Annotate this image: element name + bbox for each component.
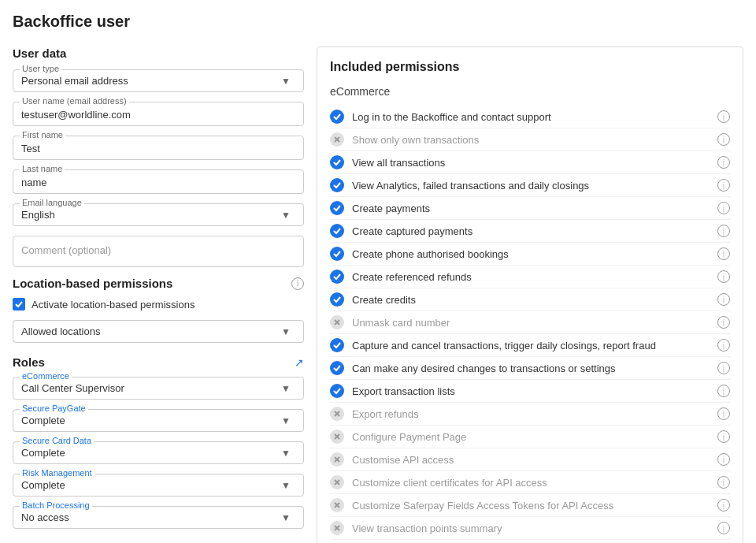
permission-info-icon[interactable]: i xyxy=(717,453,730,466)
permission-info-icon[interactable]: i xyxy=(717,225,730,237)
permission-check-icon xyxy=(330,361,344,375)
permission-info-icon[interactable]: i xyxy=(717,316,730,329)
permission-text: Export refunds xyxy=(352,408,419,420)
allowed-locations-field: Allowed locations ▼ xyxy=(13,320,304,343)
permission-info-icon[interactable]: i xyxy=(717,156,730,169)
page-container: Backoffice user User data User type Pers… xyxy=(0,0,756,543)
permission-text: Can make any desired changes to transact… xyxy=(352,363,616,374)
username-label: User name (email address) xyxy=(20,96,129,106)
role-select-4[interactable]: No accessCompleteAdministrator xyxy=(21,511,295,523)
location-checkbox-icon[interactable] xyxy=(13,298,25,311)
permission-check-icon xyxy=(330,201,344,215)
permission-left: Customize client certificates for API ac… xyxy=(330,475,547,489)
permission-info-icon[interactable]: i xyxy=(717,339,730,351)
permission-info-icon[interactable]: i xyxy=(717,179,730,192)
permission-info-icon[interactable]: i xyxy=(717,362,730,374)
permission-left: Create payments xyxy=(330,201,430,215)
permission-left: Export refunds xyxy=(330,407,419,421)
permission-item: Customize Saferpay Fields Access Tokens … xyxy=(330,494,730,517)
permission-left: Export transaction lists xyxy=(330,384,455,398)
permission-item: Unmask card numberi xyxy=(330,311,730,334)
permission-x-icon xyxy=(330,407,344,421)
permission-left: Create credits xyxy=(330,292,416,307)
main-content: User data User type Personal email addre… xyxy=(13,46,743,543)
permission-x-icon xyxy=(330,498,344,512)
username-field: User name (email address) testuser@world… xyxy=(13,102,304,126)
permission-text: Customize Saferpay Fields Access Tokens … xyxy=(352,500,613,511)
permission-info-icon[interactable]: i xyxy=(717,522,730,534)
permission-left: Customise API access xyxy=(330,452,454,467)
page-title: Backoffice user xyxy=(13,13,743,31)
permission-item: Create creditsi xyxy=(330,288,730,311)
permission-info-icon[interactable]: i xyxy=(717,385,730,397)
permission-text: View transaction points summary xyxy=(352,523,502,534)
permission-text: View Analytics, failed transactions and … xyxy=(352,180,589,192)
email-language-select[interactable]: English xyxy=(21,209,295,221)
ecommerce-label: eCommerce xyxy=(330,85,730,98)
role-select-0[interactable]: Call Center SupervisorAdministratorCompl… xyxy=(21,382,295,394)
permission-text: Customise API access xyxy=(352,454,454,466)
email-language-label: Email language xyxy=(20,198,84,207)
permission-item: Capture and cancel transactions, trigger… xyxy=(330,334,730,357)
role-group: eCommerceCall Center SupervisorAdministr… xyxy=(13,377,304,400)
username-value: testuser@worldline.com xyxy=(21,107,295,121)
email-language-field: Email language English ▼ xyxy=(13,203,304,226)
permission-item: Customise API accessi xyxy=(330,448,730,471)
external-link-icon[interactable]: ↗ xyxy=(295,356,304,369)
permission-item: Customize client certificates for API ac… xyxy=(330,471,730,494)
permission-item: View transaction points summaryi xyxy=(330,517,730,540)
role-group: Secure Card DataCompleteNo accessAdminis… xyxy=(13,441,304,464)
user-type-select[interactable]: Personal email address xyxy=(21,75,295,87)
role-field-0: eCommerceCall Center SupervisorAdministr… xyxy=(13,377,304,400)
permission-text: Create payments xyxy=(352,203,430,214)
email-language-select-wrapper: English ▼ xyxy=(21,209,295,221)
permission-info-icon[interactable]: i xyxy=(717,476,730,489)
permission-info-icon[interactable]: i xyxy=(717,499,730,511)
permission-text: Configure Payment Page xyxy=(352,431,466,443)
permission-left: Log in to the Backoffice and contact sup… xyxy=(330,110,551,124)
user-type-field: User type Personal email address ▼ xyxy=(13,69,304,92)
permission-item: View all transactionsi xyxy=(330,151,730,174)
permission-text: Customize client certificates for API ac… xyxy=(352,477,547,489)
permission-x-icon xyxy=(330,430,344,444)
role-select-2[interactable]: CompleteNo accessAdministrator xyxy=(21,447,295,459)
role-category-label-1: Secure PayGate xyxy=(20,404,88,413)
roles-header: Roles ↗ xyxy=(13,355,304,369)
permission-item: Log in to the Backoffice and contact sup… xyxy=(330,106,730,128)
role-group: Batch ProcessingNo accessCompleteAdminis… xyxy=(13,506,304,529)
permission-info-icon[interactable]: i xyxy=(717,407,730,420)
permission-left: Create referenced refunds xyxy=(330,270,472,284)
allowed-locations-select[interactable]: Allowed locations xyxy=(21,325,295,337)
permission-text: View all transactions xyxy=(352,157,445,169)
permission-info-icon[interactable]: i xyxy=(717,133,730,146)
permission-left: Can make any desired changes to transact… xyxy=(330,361,616,375)
role-select-1[interactable]: CompleteNo accessAdministrator xyxy=(21,415,295,426)
permission-left: Create phone authorised bookings xyxy=(330,247,509,261)
permission-info-icon[interactable]: i xyxy=(717,270,730,283)
roles-container: eCommerceCall Center SupervisorAdministr… xyxy=(13,377,304,529)
firstname-value: Test xyxy=(21,141,295,154)
user-data-title: User data xyxy=(13,46,304,60)
role-category-label-3: Risk Management xyxy=(20,468,94,478)
role-select-3[interactable]: CompleteNo accessAdministrator xyxy=(21,479,295,491)
user-type-label: User type xyxy=(20,64,61,73)
role-field-3: Risk ManagementCompleteNo accessAdminist… xyxy=(13,474,304,497)
permission-item: Can make any desired changes to transact… xyxy=(330,357,730,380)
permission-left: View transaction points summary xyxy=(330,521,502,535)
role-field-4: Batch ProcessingNo accessCompleteAdminis… xyxy=(13,506,304,529)
permission-item: Configure Payment Pagei xyxy=(330,426,730,448)
permission-info-icon[interactable]: i xyxy=(717,110,730,123)
permission-info-icon[interactable]: i xyxy=(717,430,730,443)
role-category-label-0: eCommerce xyxy=(20,371,72,381)
allowed-locations-select-wrapper: Allowed locations ▼ xyxy=(21,325,295,337)
role-select-wrapper-4: No accessCompleteAdministrator▼ xyxy=(21,511,295,523)
permission-text: Create captured payments xyxy=(352,225,472,237)
location-info-icon[interactable]: i xyxy=(291,277,304,290)
permission-left: Capture and cancel transactions, trigger… xyxy=(330,338,656,352)
permissions-title: Included permissions xyxy=(330,60,730,74)
permission-info-icon[interactable]: i xyxy=(717,247,730,260)
comment-field[interactable]: Comment (optional) xyxy=(13,236,304,267)
location-checkbox-row[interactable]: Activate location-based permissions xyxy=(13,298,304,311)
permission-info-icon[interactable]: i xyxy=(717,202,730,214)
permission-info-icon[interactable]: i xyxy=(717,293,730,306)
